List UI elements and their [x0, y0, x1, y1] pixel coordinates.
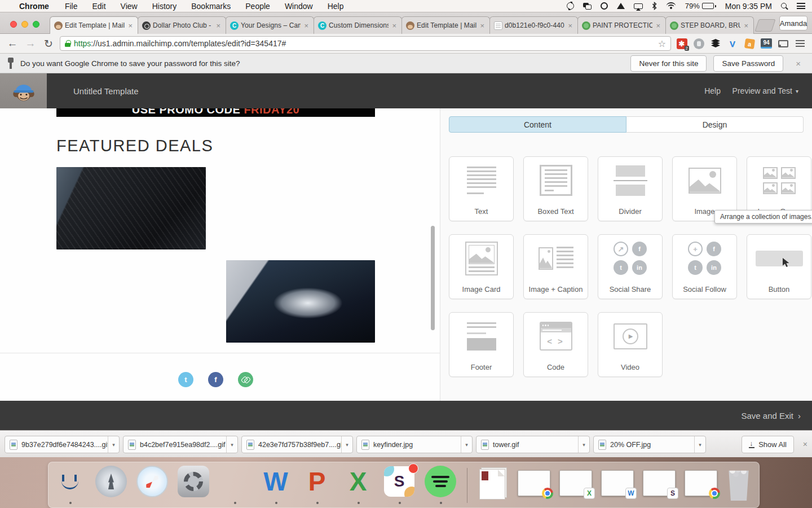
block-divider[interactable]: Divider: [598, 156, 663, 221]
save-password-button[interactable]: Save Password: [713, 55, 783, 72]
never-for-this-site-button[interactable]: Never for this site: [630, 55, 707, 72]
show-all-downloads-button[interactable]: Show All: [742, 436, 794, 453]
link-icon[interactable]: [238, 372, 253, 387]
tab-content[interactable]: Content: [449, 116, 626, 133]
download-caret[interactable]: ▾: [108, 436, 119, 453]
menu-help[interactable]: Help: [328, 2, 344, 11]
download-item[interactable]: 42e3e7fd757b38f9eb7....gif ▾: [241, 436, 353, 453]
block-footer[interactable]: Footer: [449, 312, 514, 377]
bluetooth-menu-icon[interactable]: [652, 2, 657, 11]
floor-mats-photo[interactable]: [56, 167, 206, 249]
hand-blocker-extension-icon[interactable]: [692, 37, 705, 50]
tab-paint-protection[interactable]: PAINT PROTECTIO ×: [577, 16, 666, 34]
tab-your-designs[interactable]: C Your Designs – Can ×: [226, 16, 314, 34]
tab-dollar-photo-club[interactable]: Dollar Photo Club - ×: [138, 16, 226, 34]
block-video[interactable]: ▶ Video: [598, 312, 663, 377]
download-item[interactable]: tower.gif ▾: [476, 436, 590, 453]
launchpad-icon[interactable]: [95, 466, 128, 498]
spotify-icon[interactable]: [425, 466, 457, 498]
menu-edit[interactable]: Edit: [92, 2, 105, 11]
block-boxed-text[interactable]: Boxed Text: [523, 156, 588, 221]
tab-custom-dimensions[interactable]: C Custom Dimensions ×: [314, 16, 402, 34]
twitter-icon[interactable]: t: [178, 372, 193, 387]
bookmark-star-icon[interactable]: ☆: [658, 38, 666, 49]
tab-close-icon[interactable]: ×: [567, 21, 573, 30]
back-button[interactable]: ←: [6, 37, 19, 50]
menu-history[interactable]: History: [152, 2, 177, 11]
template-title[interactable]: Untitled Template: [73, 73, 139, 108]
tab-document[interactable]: d0b121e0-f9c0-440 ×: [489, 16, 578, 34]
download-caret[interactable]: ▾: [226, 436, 237, 453]
creative-cloud-menu-icon[interactable]: [601, 2, 608, 11]
spotlight-icon[interactable]: [781, 2, 788, 11]
download-item[interactable]: 20% OFF.jpg ▾: [593, 436, 706, 453]
mailchimp-freddie-logo[interactable]: [0, 73, 47, 108]
block-image-card[interactable]: Image Card: [449, 234, 514, 299]
hood-film-photo[interactable]: [226, 260, 375, 343]
download-caret[interactable]: ▾: [341, 436, 352, 453]
truck-step-photo[interactable]: [56, 260, 206, 339]
facebook-icon[interactable]: f: [208, 372, 223, 387]
tab-edit-template-2[interactable]: Edit Template | Mail ×: [401, 16, 490, 34]
key-fob-photo[interactable]: [226, 167, 375, 249]
wifi-menu-icon[interactable]: [666, 2, 676, 11]
downloads-bar-close-icon[interactable]: ×: [803, 440, 807, 449]
zoom-window-button[interactable]: [33, 21, 39, 28]
minimized-chrome-window-2[interactable]: [685, 470, 717, 496]
asterisk-extension-icon[interactable]: ✱ 2: [676, 37, 688, 50]
address-bar[interactable]: https://us1.admin.mailchimp.com/template…: [60, 36, 671, 51]
minimize-window-button[interactable]: [21, 21, 28, 28]
infobar-close-icon[interactable]: ×: [796, 59, 801, 68]
tab-close-icon[interactable]: ×: [391, 21, 398, 30]
tab-close-icon[interactable]: ×: [479, 21, 486, 30]
menu-people[interactable]: People: [245, 2, 270, 11]
airplay-menu-icon[interactable]: [634, 2, 643, 11]
close-window-button[interactable]: [10, 21, 17, 28]
minimized-slack-window[interactable]: S: [643, 470, 676, 496]
battery-indicator[interactable]: 79%: [685, 2, 716, 10]
chrome-profile-button[interactable]: Amanda: [779, 16, 807, 30]
tab-close-icon[interactable]: ×: [743, 21, 749, 30]
chromecast-icon[interactable]: [777, 37, 789, 50]
block-social-share[interactable]: ↗ f t in Social Share: [598, 234, 663, 299]
minimized-excel-window[interactable]: X: [559, 470, 592, 496]
menubar-clock[interactable]: Mon 9:35 PM: [725, 2, 772, 11]
tab-step-board[interactable]: STEP BOARD, BRU ×: [665, 16, 754, 34]
new-tab-button[interactable]: [754, 19, 775, 32]
safari-icon[interactable]: [136, 466, 169, 498]
trash-icon[interactable]: [726, 468, 751, 501]
sync-menu-icon[interactable]: [567, 2, 574, 11]
score-extension-icon[interactable]: 94: [760, 37, 773, 50]
block-social-follow[interactable]: + f t in Social Follow: [672, 234, 737, 299]
preview-and-test-menu[interactable]: Preview and Test ▾: [732, 73, 798, 108]
layers-extension-icon[interactable]: [709, 37, 722, 50]
minimized-word-window[interactable]: W: [601, 470, 634, 496]
reload-button[interactable]: ↻: [42, 37, 55, 50]
word-icon[interactable]: W: [260, 466, 293, 498]
menu-bookmarks[interactable]: Bookmarks: [191, 2, 231, 11]
chrome-menu-icon[interactable]: [794, 37, 806, 50]
chrome-dock-icon[interactable]: [219, 466, 251, 498]
minimized-document[interactable]: [479, 469, 505, 500]
minimized-chrome-window[interactable]: [518, 470, 550, 496]
finder-icon[interactable]: [54, 466, 87, 498]
download-caret[interactable]: ▾: [461, 436, 472, 453]
system-preferences-icon[interactable]: [178, 466, 210, 498]
menu-file[interactable]: File: [65, 2, 78, 11]
download-item[interactable]: 9b37e279df6e7484243....gif ▾: [5, 436, 120, 453]
tab-edit-template-1[interactable]: Edit Template | Mail ×: [50, 16, 138, 34]
preview-scrollbar-thumb[interactable]: [431, 226, 435, 330]
block-button[interactable]: Button: [747, 234, 811, 299]
menu-chrome[interactable]: Chrome: [19, 2, 49, 11]
help-link[interactable]: Help: [704, 73, 721, 108]
tab-close-icon[interactable]: ×: [215, 21, 222, 30]
download-caret[interactable]: ▾: [694, 436, 705, 453]
download-item[interactable]: b4c2bef7e915ea98df2....gif ▾: [123, 436, 238, 453]
forward-button[interactable]: →: [24, 37, 37, 50]
block-code[interactable]: < > Code: [523, 312, 588, 377]
promo-banner[interactable]: USE PROMO CODE FRIDAY20: [56, 108, 375, 117]
excel-icon[interactable]: X: [342, 466, 375, 498]
download-item[interactable]: keyfinder.jpg ▾: [356, 436, 473, 453]
tab-design[interactable]: Design: [626, 116, 804, 133]
tab-close-icon[interactable]: ×: [127, 21, 134, 30]
